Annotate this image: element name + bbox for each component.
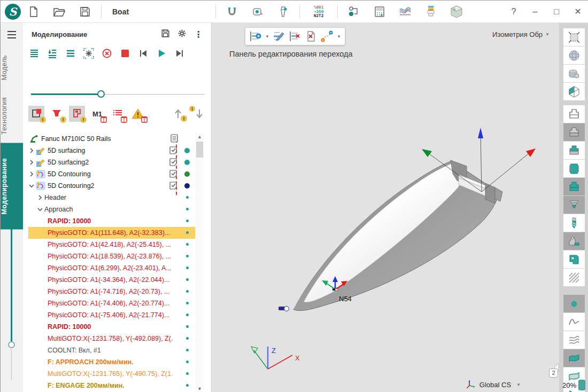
delete-command-button[interactable] bbox=[288, 29, 303, 43]
tree-row-command[interactable]: MultiGOTO:X(-1231.765), Y(-490.75), Z(1.… bbox=[23, 368, 212, 380]
new-document-button[interactable] bbox=[25, 3, 43, 21]
drill-tool-button[interactable] bbox=[563, 214, 585, 232]
insert-command-button[interactable] bbox=[248, 29, 263, 43]
tree-row-command[interactable]: COOLNT: Вкл, #1 bbox=[23, 344, 212, 356]
workpiece-teal-button[interactable] bbox=[563, 178, 585, 195]
tree-row-group[interactable]: Approach bbox=[23, 203, 212, 215]
tree-row-command[interactable]: F: ENGAGE 200мм/мин. bbox=[23, 380, 212, 391]
scroll-down-icon[interactable]: ▼ bbox=[195, 385, 204, 392]
workpiece-solid-button[interactable] bbox=[563, 123, 585, 141]
tree-row-command[interactable]: PhysicGOTO: A1(-75.406), A2(-21.774)... bbox=[23, 309, 212, 321]
tree-row-command[interactable]: RAPID: 10000 bbox=[23, 321, 212, 333]
tree-row-command[interactable]: PhysicGOTO: A1(-34.364), A2(-22.044)... bbox=[23, 274, 212, 286]
main-menu-button[interactable] bbox=[1, 23, 23, 46]
slider-handle[interactable] bbox=[97, 90, 105, 98]
tool-assembly-button[interactable] bbox=[422, 3, 440, 21]
minimize-button[interactable]: – bbox=[524, 3, 546, 21]
tree-row-command[interactable]: PhysicGOTO: A1(-74.406), A2(-20.774)... bbox=[23, 297, 212, 309]
list-stop-filter[interactable]: ▮▮ bbox=[110, 106, 126, 122]
measure-button[interactable] bbox=[249, 3, 267, 21]
tool-steps-button[interactable] bbox=[563, 196, 585, 214]
delete-block-button[interactable] bbox=[304, 29, 319, 43]
tool-warning-filter[interactable]: ! bbox=[49, 106, 65, 122]
tree-row-group[interactable]: Header bbox=[23, 192, 212, 203]
shaded-cylinder-button[interactable] bbox=[563, 65, 585, 82]
tree-row-command[interactable]: RAPID: 10000 bbox=[23, 215, 212, 227]
panel-more-button[interactable]: ⋮ bbox=[194, 29, 203, 40]
isometric-cube-button[interactable] bbox=[563, 83, 585, 100]
multi-curves-button[interactable] bbox=[563, 331, 585, 349]
tree-row-command[interactable]: PhysicGOTO: A1(111.648), A2(-32.383)... bbox=[23, 227, 212, 239]
skip-next-button[interactable] bbox=[174, 48, 185, 59]
next-warning-button[interactable]: ! bbox=[190, 106, 206, 122]
edit-command-button[interactable] bbox=[272, 29, 287, 43]
tree-row-operation[interactable]: 5D Contouring bbox=[23, 168, 212, 180]
simulation-progress-handle[interactable] bbox=[8, 341, 15, 348]
machine-warning-filter[interactable]: ! bbox=[69, 106, 85, 122]
warning-stop-filter[interactable]: ▮▮ bbox=[130, 106, 146, 122]
cylinder-stock-button[interactable] bbox=[563, 160, 585, 177]
tree-row-machine[interactable]: Fanuc M710IC 50 Rails bbox=[23, 133, 212, 145]
magnet-snap-button[interactable] bbox=[223, 3, 241, 21]
tree-row-operation[interactable]: 5D Contouring2 bbox=[23, 180, 212, 192]
help-button[interactable]: ? bbox=[503, 3, 524, 21]
workpiece-two-tone-button[interactable] bbox=[563, 142, 585, 159]
contour-warning-filter[interactable]: ! bbox=[28, 106, 44, 122]
solid-simulation-button[interactable] bbox=[447, 3, 466, 21]
save-project-button[interactable] bbox=[76, 3, 94, 21]
fit-view-button[interactable] bbox=[563, 28, 585, 46]
play-button[interactable] bbox=[156, 48, 167, 59]
step-into-button[interactable] bbox=[47, 48, 58, 59]
simulation-progress-track[interactable] bbox=[11, 209, 12, 342]
cancel-button[interactable] bbox=[101, 48, 113, 59]
cylinder-stock-icon bbox=[568, 162, 581, 175]
previous-warning-button[interactable]: ! bbox=[170, 106, 186, 122]
toolpath-route-button[interactable] bbox=[320, 29, 335, 43]
tree-row-command[interactable]: PhysicGOTO: A1(42.418), A2(-25.415), ... bbox=[23, 239, 212, 250]
workpiece-outline-button[interactable] bbox=[563, 105, 585, 123]
coordinate-system-selector[interactable]: Global CS ▼ bbox=[466, 380, 522, 389]
calculator-button[interactable] bbox=[370, 3, 389, 21]
tree-row-operation[interactable]: 5D surfacing bbox=[23, 145, 212, 156]
view-orientation-selector[interactable]: Изометрия Обр▼ bbox=[492, 30, 551, 38]
stop-button[interactable] bbox=[119, 48, 131, 59]
toolpath-nodes-button[interactable] bbox=[345, 3, 363, 21]
m1-stop-filter[interactable]: M1 ▮▮ bbox=[89, 106, 105, 122]
tree-row-command[interactable]: PhysicGOTO: A1(-74.716), A2(-20.73), ... bbox=[23, 286, 212, 297]
open-project-button[interactable] bbox=[50, 3, 68, 21]
skip-previous-button[interactable] bbox=[137, 48, 149, 59]
tree-row-command[interactable]: PhysicGOTO: A1(18.539), A2(-23.876), ... bbox=[23, 250, 212, 262]
speed-slider[interactable] bbox=[31, 90, 205, 99]
tree-row-label: PhysicGOTO: A1(18.539), A2(-23.876), ... bbox=[48, 250, 171, 262]
surface-flag-button[interactable] bbox=[563, 349, 585, 367]
postprocessor-button[interactable] bbox=[563, 250, 585, 268]
machine-head-button[interactable] bbox=[563, 232, 585, 250]
caliper-button[interactable] bbox=[274, 3, 292, 21]
selection-run-button[interactable] bbox=[83, 48, 95, 59]
scroll-thumb[interactable] bbox=[196, 142, 203, 158]
hatch-pattern-button[interactable] bbox=[563, 269, 585, 286]
panel-save-button[interactable] bbox=[161, 29, 170, 40]
toolpath-route-dropdown[interactable]: ▼ bbox=[336, 34, 342, 39]
insert-command-dropdown[interactable]: ▼ bbox=[264, 34, 270, 39]
shaded-sphere-button[interactable] bbox=[563, 46, 585, 64]
close-button[interactable]: ✕ bbox=[567, 3, 588, 21]
tree-row-command[interactable]: MultiGOTO:X(-1231.758), Y(-492.089), Z(.… bbox=[23, 333, 212, 344]
run-all-button[interactable] bbox=[28, 48, 40, 59]
tab-technology[interactable]: Технология bbox=[1, 89, 23, 143]
tree-row-command[interactable]: PhysicGOTO: A1(6.299), A2(-23.401), A... bbox=[23, 262, 212, 274]
tree-row-command[interactable]: F: APPROACH 200мм/мин. bbox=[23, 356, 212, 368]
scroll-up-icon[interactable]: ▲ bbox=[195, 133, 204, 140]
maximize-button[interactable]: □ bbox=[546, 3, 567, 21]
charts-button[interactable] bbox=[396, 3, 414, 21]
tree-row-operation[interactable]: 5D surfacing2 bbox=[23, 156, 212, 168]
tree-scrollbar[interactable]: ▲ ▼ bbox=[195, 133, 204, 392]
tab-model[interactable]: Модель bbox=[1, 46, 23, 89]
single-curve-button[interactable] bbox=[563, 313, 585, 331]
panel-settings-button[interactable] bbox=[177, 29, 187, 40]
record-point-button[interactable] bbox=[563, 295, 585, 312]
gcode-block-button[interactable]: %001 →1G0 N2T2 bbox=[307, 3, 330, 21]
run-block-button[interactable] bbox=[65, 48, 76, 59]
simulation-panel: Моделирование ⋮ bbox=[23, 23, 212, 392]
viewport-3d[interactable]: N54 Z X ▼ bbox=[212, 23, 559, 392]
